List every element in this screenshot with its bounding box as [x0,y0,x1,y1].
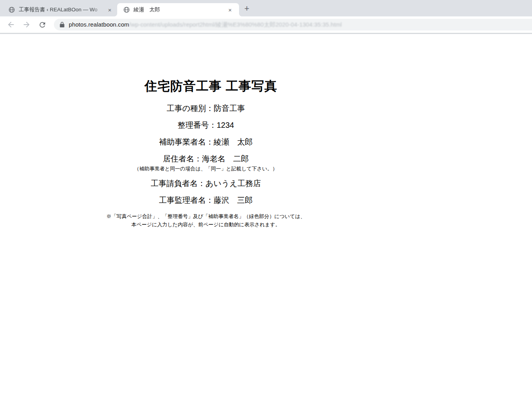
new-tab-button[interactable]: + [241,3,252,14]
field-contractor-name: 工事請負者名：あいうえ工務店 [0,179,412,187]
address-bar[interactable]: photos.realatboon.com/wp-content/uploads… [54,19,532,30]
footnote: ※「写真ページ合計」、「整理番号」及び「補助事業者名」（緑色部分）については、本… [0,212,412,229]
field-subsidized-business-name: 補助事業者名：綾瀬 太郎 [0,138,412,146]
lock-icon [59,21,65,28]
footnote-line-1: ※「写真ページ合計」、「整理番号」及び「補助事業者名」（緑色部分）については、 [106,213,305,219]
tab-close-icon[interactable]: × [227,6,234,13]
field-construction-type: 工事の種別：防音工事 [0,104,412,112]
tab-title: 工事報告書 ‹ REALatBOon — Wo [19,6,106,13]
page-title: 住宅防音工事 工事写真 [0,34,412,93]
url-domain: photos.realatboon.com [69,21,129,28]
field-reference-number: 整理番号：1234 [0,121,412,129]
globe-favicon-icon [9,7,15,13]
field-supervisor-name: 工事監理者名：藤沢 三郎 [0,196,412,204]
url-text: photos.realatboon.com/wp-content/uploads… [69,21,342,29]
field-resident-name: 居住者名：海老名 二郎 [0,155,412,163]
forward-button[interactable] [22,20,31,29]
resident-name-note: （補助事業者と同一の場合は、「同一」と記載して下さい。） [0,166,412,172]
footnote-line-2: 本ページに入力した内容が、前ページに自動的に表示されます。 [131,222,280,227]
refresh-button[interactable] [37,20,47,29]
browser-toolbar: photos.realatboon.com/wp-content/uploads… [0,16,532,34]
tab-ayase-taro[interactable]: 綾瀬 太郎 × [117,3,239,16]
construction-report-document: 住宅防音工事 工事写真 工事の種別：防音工事 整理番号：1234 補助事業者名：… [0,34,412,229]
tab-strip: 工事報告書 ‹ REALatBOon — Wo × 綾瀬 太郎 × + [0,0,532,16]
refresh-icon [38,21,46,29]
page-content: 住宅防音工事 工事写真 工事の種別：防音工事 整理番号：1234 補助事業者名：… [0,34,532,398]
tab-title: 綾瀬 太郎 [134,6,227,13]
globe-favicon-icon [123,7,130,13]
forward-arrow-icon [22,20,31,29]
back-arrow-icon [7,20,15,29]
tab-close-icon[interactable]: × [106,6,113,13]
back-button[interactable] [6,20,16,29]
url-path-obscured: /wp-content/uploads/report2html/綾瀬%E3%80… [129,21,342,28]
tab-report-form[interactable]: 工事報告書 ‹ REALatBOon — Wo × [4,3,117,16]
